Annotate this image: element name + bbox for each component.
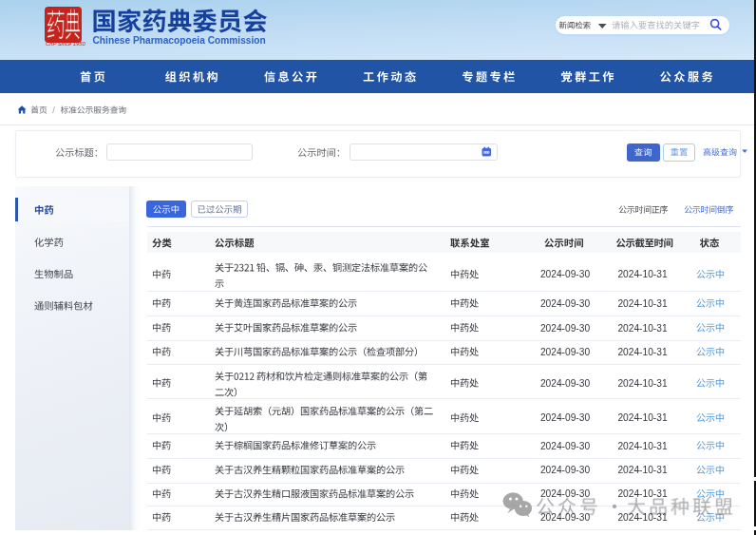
svg-text:2024-09-30: 2024-09-30: [540, 441, 590, 451]
svg-text:Chinese Pharmacopoeia Commissi: Chinese Pharmacopoeia Commission: [93, 35, 266, 46]
svg-text:ChP Since 1950: ChP Since 1950: [46, 41, 85, 47]
svg-text:2024-10-31: 2024-10-31: [617, 269, 667, 279]
svg-text:2024-10-31: 2024-10-31: [617, 298, 667, 309]
svg-text:2024-09-30: 2024-09-30: [540, 465, 590, 475]
svg-text:2024-09-30: 2024-09-30: [540, 512, 590, 523]
svg-text:2024-10-31: 2024-10-31: [617, 512, 667, 523]
svg-text:2024-09-30: 2024-09-30: [540, 323, 590, 334]
svg-text:2024-09-30: 2024-09-30: [540, 412, 590, 423]
svg-text:2024-09-30: 2024-09-30: [540, 269, 590, 279]
svg-text:2024-09-30: 2024-09-30: [540, 488, 590, 499]
svg-text:2024-09-30: 2024-09-30: [540, 378, 590, 389]
svg-text:2024-10-31: 2024-10-31: [617, 378, 667, 389]
svg-text:2024-10-31: 2024-10-31: [617, 323, 667, 334]
svg-text:2024-10-31: 2024-10-31: [617, 347, 667, 357]
svg-text:2024-09-30: 2024-09-30: [540, 298, 590, 309]
svg-text:2024-09-30: 2024-09-30: [540, 347, 590, 357]
svg-text:2024-10-31: 2024-10-31: [617, 412, 667, 423]
svg-text:2024-10-31: 2024-10-31: [617, 488, 667, 499]
svg-text:/: /: [52, 105, 55, 115]
svg-text:2024-10-31: 2024-10-31: [617, 465, 667, 475]
svg-text:2024-10-31: 2024-10-31: [617, 441, 667, 451]
